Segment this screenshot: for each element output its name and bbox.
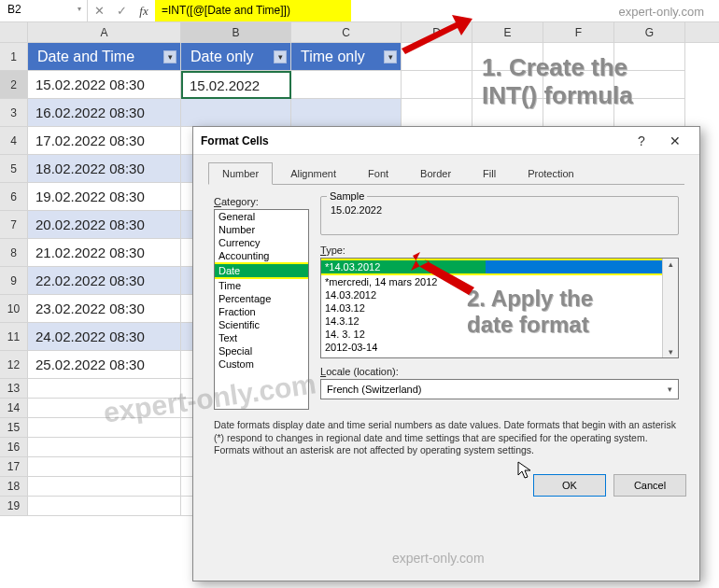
locale-select[interactable]: French (Switzerland) ▾ bbox=[320, 379, 679, 399]
category-item[interactable]: General bbox=[215, 210, 308, 223]
category-item[interactable]: Time bbox=[215, 279, 308, 292]
cell-a-9[interactable]: 22.02.2022 08:30 bbox=[28, 267, 181, 295]
scroll-up-icon[interactable]: ▴ bbox=[663, 259, 678, 269]
cell-a-8[interactable]: 21.02.2022 08:30 bbox=[28, 239, 181, 267]
cell-a-4[interactable]: 17.02.2022 08:30 bbox=[28, 127, 181, 155]
row-header[interactable]: 19 bbox=[0, 497, 28, 516]
tab-protection[interactable]: Protection bbox=[514, 162, 588, 185]
cell-a-18[interactable] bbox=[28, 477, 181, 497]
cell-c-3[interactable] bbox=[291, 99, 402, 127]
row-header[interactable]: 2 bbox=[0, 71, 28, 99]
row-header[interactable]: 14 bbox=[0, 399, 28, 418]
formula-input[interactable]: =INT([@[Date and Time]]) bbox=[155, 0, 351, 21]
type-item[interactable]: *mercredi, 14 mars 2012 bbox=[321, 275, 678, 288]
cell-a-3[interactable]: 16.02.2022 08:30 bbox=[28, 99, 181, 127]
category-item[interactable]: Date bbox=[215, 262, 308, 279]
row-header[interactable]: 11 bbox=[0, 323, 28, 351]
type-item[interactable]: 2012-03-14 bbox=[321, 341, 678, 354]
category-item[interactable]: Number bbox=[215, 223, 308, 236]
type-list[interactable]: *14.03.2012*mercredi, 14 mars 201214.03.… bbox=[320, 258, 679, 358]
category-item[interactable]: Fraction bbox=[215, 305, 308, 318]
tab-fill[interactable]: Fill bbox=[469, 162, 510, 185]
row-header[interactable]: 6 bbox=[0, 183, 28, 211]
cell-a-6[interactable]: 19.02.2022 08:30 bbox=[28, 183, 181, 211]
cell-a-5[interactable]: 18.02.2022 08:30 bbox=[28, 155, 181, 183]
cell-b-2[interactable]: 15.02.2022 bbox=[181, 71, 291, 99]
col-header-f[interactable]: F bbox=[543, 22, 614, 42]
row-header[interactable]: 1 bbox=[0, 43, 28, 71]
type-item[interactable]: 14.03.12 bbox=[321, 301, 678, 315]
cell-b-1[interactable]: Date only▾ bbox=[181, 43, 291, 71]
cell-a-19[interactable] bbox=[28, 497, 181, 516]
row-header[interactable]: 12 bbox=[0, 351, 28, 379]
cell-e-1[interactable] bbox=[472, 43, 543, 71]
cell-f-1[interactable] bbox=[543, 43, 614, 71]
col-header-c[interactable]: C bbox=[291, 22, 402, 42]
cell-f-3[interactable] bbox=[543, 99, 614, 127]
cell-c-1[interactable]: Time only▾ bbox=[291, 43, 402, 71]
cell-a-12[interactable]: 25.02.2022 08:30 bbox=[28, 351, 181, 379]
row-header[interactable]: 18 bbox=[0, 477, 28, 497]
row-header[interactable]: 16 bbox=[0, 438, 28, 457]
close-icon[interactable]: ✕ bbox=[658, 133, 692, 148]
row-header[interactable]: 7 bbox=[0, 211, 28, 239]
cell-g-1[interactable] bbox=[614, 43, 685, 71]
help-button[interactable]: ? bbox=[625, 133, 658, 148]
cancel-button[interactable]: Cancel bbox=[613, 474, 686, 497]
category-item[interactable]: Text bbox=[215, 331, 308, 344]
cell-e-3[interactable] bbox=[472, 99, 543, 127]
col-header-g[interactable]: G bbox=[614, 22, 685, 42]
row-header[interactable]: 3 bbox=[0, 99, 28, 127]
row-header[interactable]: 15 bbox=[0, 418, 28, 438]
filter-dropdown-icon[interactable]: ▾ bbox=[384, 50, 397, 63]
category-list[interactable]: GeneralNumberCurrencyAccountingDateTimeP… bbox=[214, 209, 309, 410]
cell-b-3[interactable] bbox=[181, 99, 291, 127]
cell-d-1[interactable] bbox=[402, 43, 472, 71]
cell-d-3[interactable] bbox=[402, 99, 472, 127]
cancel-formula-icon[interactable]: ✕ bbox=[88, 0, 110, 21]
row-header[interactable]: 4 bbox=[0, 127, 28, 155]
tab-alignment[interactable]: Alignment bbox=[276, 162, 350, 185]
fx-icon[interactable]: fx bbox=[133, 0, 155, 21]
cell-a-14[interactable] bbox=[28, 399, 181, 418]
category-item[interactable]: Custom bbox=[215, 357, 308, 371]
cell-c-2[interactable] bbox=[291, 71, 402, 99]
cell-a-10[interactable]: 23.02.2022 08:30 bbox=[28, 295, 181, 323]
cell-a-16[interactable] bbox=[28, 438, 181, 457]
cell-a-2[interactable]: 15.02.2022 08:30 bbox=[28, 71, 181, 99]
name-box[interactable]: B2 bbox=[0, 0, 88, 21]
cell-e-2[interactable] bbox=[472, 71, 543, 99]
cell-d-2[interactable] bbox=[402, 71, 472, 99]
type-scrollbar[interactable]: ▴ ▾ bbox=[662, 259, 678, 357]
category-item[interactable]: Accounting bbox=[215, 249, 308, 262]
select-all-corner[interactable] bbox=[0, 22, 28, 42]
category-item[interactable]: Percentage bbox=[215, 292, 308, 305]
cell-a-17[interactable] bbox=[28, 457, 181, 477]
type-item[interactable]: 14.3.12 bbox=[321, 315, 678, 328]
col-header-a[interactable]: A bbox=[28, 22, 181, 42]
filter-dropdown-icon[interactable]: ▾ bbox=[274, 50, 287, 63]
filter-dropdown-icon[interactable]: ▾ bbox=[163, 50, 176, 63]
type-item[interactable]: 14. 3. 12 bbox=[321, 328, 678, 341]
category-item[interactable]: Currency bbox=[215, 236, 308, 249]
row-header[interactable]: 5 bbox=[0, 155, 28, 183]
cell-a-15[interactable] bbox=[28, 418, 181, 438]
tab-border[interactable]: Border bbox=[406, 162, 465, 185]
col-header-b[interactable]: B bbox=[181, 22, 291, 42]
cell-a-11[interactable]: 24.02.2022 08:30 bbox=[28, 323, 181, 351]
row-header[interactable]: 9 bbox=[0, 267, 28, 295]
cell-f-2[interactable] bbox=[543, 71, 614, 99]
cell-a-13[interactable] bbox=[28, 379, 181, 399]
tab-font[interactable]: Font bbox=[354, 162, 402, 185]
category-item[interactable]: Special bbox=[215, 344, 308, 357]
ok-button[interactable]: OK bbox=[533, 474, 606, 497]
category-item[interactable]: Scientific bbox=[215, 318, 308, 331]
tab-number[interactable]: Number bbox=[208, 162, 273, 185]
col-header-e[interactable]: E bbox=[472, 22, 543, 42]
row-header[interactable]: 8 bbox=[0, 239, 28, 267]
type-item[interactable]: 14.03.2012 bbox=[321, 288, 678, 301]
row-header[interactable]: 13 bbox=[0, 379, 28, 399]
row-header[interactable]: 17 bbox=[0, 457, 28, 477]
type-item[interactable]: *14.03.2012 bbox=[321, 259, 678, 275]
enter-formula-icon[interactable]: ✓ bbox=[110, 0, 133, 21]
